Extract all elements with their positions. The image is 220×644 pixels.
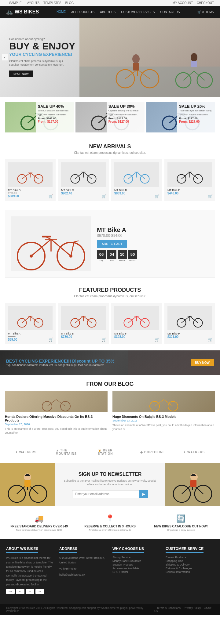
sale-price-from-3: From: $227.00 [179,117,213,120]
payment-pp: PP [26,589,34,594]
nav-about[interactable]: ABOUT US [97,9,118,15]
footer-privacy[interactable]: Privacy Policy [184,606,201,610]
sale-desc-1: With full custom accessories [38,109,72,112]
feature-reserve-title: RESERVE & COLLECT IN 3 HOURS [79,525,141,528]
top-bar: SAMPLE LAYOUTS TEMPLATES BLOG MY ACCOUNT… [0,0,220,6]
payment-mc: MC [16,589,24,594]
sale-card-3-overlay: SALE UP 20% Tube less tyre for better ri… [177,102,215,132]
hero-shop-now-button[interactable]: SHOP NOW [9,71,33,77]
svg-point-89 [194,318,203,327]
footer-grid: ABOUT WS BIKES WS Bikes is a placeholder… [6,547,214,594]
cart-info[interactable]: 🛒 0 ITEMS [197,10,214,14]
footer-why-link-5[interactable]: GPS Tracker [112,570,161,573]
product-price-4: $443.00 [167,192,212,195]
top-bar-left: SAMPLE LAYOUTS TEMPLATES BLOG [6,1,74,5]
footer-why-link-2[interactable]: Money Back Guarantee [112,559,161,563]
blog-title-2: Huge Discounts On Bajaj's BS-3 Models [112,415,215,418]
sale-title-2: SALE UP 30% [108,104,143,109]
svg-rect-117 [190,480,196,487]
featured-add-cart-3[interactable]: 🛒 [155,338,160,342]
sale-card-3[interactable]: SALE UP 20% Tube less tyre for better ri… [146,102,215,132]
sale-title-1: SALE UP 40% [38,104,72,109]
footer-address-phone: +0 (015) 4189 [59,566,108,571]
product-bike-3 [123,165,150,185]
featured-products-desc: Claritas est etiam processus dynamicus, … [5,295,215,298]
newsletter-email-input[interactable] [72,490,139,498]
svg-point-88 [177,318,186,327]
newsletter-left-bike [0,463,55,506]
footer-why-link-1[interactable]: Strong Service [112,556,161,559]
nav-contact[interactable]: CONTACT US [158,9,182,15]
footer-bottom: Copyright © WoosBikes 2011. All Rights R… [0,604,220,615]
footer-service-link-3[interactable]: Shipping & Delivery [166,563,214,566]
main-nav: HOME ALL PRODUCTS ABOUT US CUSTOMER SERV… [54,9,182,15]
countdown-label-day: Day [97,259,106,262]
countdown-label-hour: Hour [107,259,116,262]
countdown-minutes: 10 [118,250,127,259]
feature-reserve: 📍 RESERVE & COLLECT IN 3 HOURS Available… [76,511,144,534]
logo[interactable]: 🚲 WS BIKES [6,9,39,15]
hero-illustration [79,18,220,97]
featured-products-section: FEATURED PRODUCTS Claritas est etiam pro… [0,281,220,350]
featured-product-img-3 [114,306,159,330]
countdown: 06 04 10 50 [97,250,209,259]
banner-cta-content: BEST CYCLING EXPERIENCE!!! Discount UP T… [0,359,120,367]
banner-cta-button[interactable]: BUY NOW [191,359,214,366]
footer-about-text: WS Bikes is a placeholder theme for your… [6,556,54,587]
footer-address-line-1: © 253 Millstone West Street Belcourt, Un… [59,556,108,565]
footer-service-link-1[interactable]: Recent Products [166,556,214,559]
blog-bike-1 [38,391,75,412]
newsletter-title: SIGN UP TO NEWSLETTER [61,472,159,477]
featured-product-card-4: MT Bike H $321.00 🛒 [164,303,215,344]
featured-add-cart-4[interactable]: 🛒 [208,338,213,342]
nav-customer-services[interactable]: CUSTOMER SERVICES [119,9,157,15]
topbar-sample[interactable]: SAMPLE [9,1,22,5]
footer-service-link-5[interactable]: General Information [166,570,214,573]
hero-title: BUY & ENJOY [9,41,75,52]
hero-images [79,18,220,97]
add-to-cart-4[interactable]: 🛒 [208,194,213,198]
footer-address-email: hello@wsbikes.co.uk [59,573,108,577]
svg-rect-14 [191,61,197,67]
feature-delivery-desc: Free furniture delivery on orders over £… [8,529,70,531]
add-to-cart-2[interactable]: 🛒 [102,194,106,198]
svg-rect-66 [42,236,51,237]
topbar-templates[interactable]: TEMPLATES [43,1,61,5]
topbar-blog[interactable]: BLOG [65,1,74,5]
footer-terms[interactable]: Terms & Conditions [157,606,181,610]
add-to-cart-3[interactable]: 🛒 [155,194,160,198]
newsletter-right-bike [165,463,220,506]
newsletter-submit-button[interactable]: ▶ [139,490,148,498]
countdown-labels: Day Hour Minute Second [97,259,209,262]
footer-why-link-4[interactable]: Accessories Available [112,567,161,570]
footer-customer-service: CUSTOMER SERVICE Recent Products Shoppin… [166,547,214,594]
nav-home[interactable]: HOME [54,9,68,15]
featured-product-card-1: MT Bike A $79.00 $69.00 🛒 [5,303,56,344]
sale-price-1: From: $167.00 [38,120,72,123]
countdown-days: 06 [97,250,106,259]
nav-all-products[interactable]: ALL PRODUCTS [69,9,97,15]
blog-title-1: Honda Dealers Offering Massive Discounts… [5,415,108,422]
footer-service-link-2[interactable]: Shopping Cart [166,559,214,563]
sale-card-2[interactable]: SALE UP 30% Capable strong line & metal … [75,102,144,132]
sale-subdesc-2: Typi non habent claritatem. [108,113,143,116]
add-to-cart-1[interactable]: 🛒 [49,194,53,198]
footer-service-link-4[interactable]: Returns & Exchanges [166,567,214,570]
new-arrivals-grid: MT Bike B $780.00 $389.00 🛒 MT Bike C $9… [5,159,215,201]
sale-card-1[interactable]: SALE UP 40% With full custom accessories… [5,102,74,132]
product-price-2: $902.40 [61,192,106,195]
sale-desc-3: Tube less tyre for better riding [179,109,213,112]
hero-subtitle: YOUR CYCLING EXPERIENCE! [9,52,75,57]
newsletter-desc: Subscribe to the Ever mailing list to re… [61,479,159,487]
featured-product-name-3: MT Bike F [114,332,159,335]
featured-product-price-3: $398.00 [114,335,159,338]
featured-add-cart-1[interactable]: 🛒 [49,338,53,342]
featured-product-name-4: MT Bike H [167,332,212,335]
featured-add-cart-2[interactable]: 🛒 [102,338,106,342]
topbar-layouts[interactable]: LAYOUTS [25,1,39,5]
footer-why-link-3[interactable]: Support Process [112,563,161,566]
topbar-checkout[interactable]: CHECKOUT [197,1,214,5]
hero-section: ‹ Passionate about cycling? BUY & ENJOY … [0,18,220,97]
topbar-my-account[interactable]: MY ACCOUNT [173,1,193,5]
featured-add-to-cart-button[interactable]: ADD TO CART [97,240,127,248]
